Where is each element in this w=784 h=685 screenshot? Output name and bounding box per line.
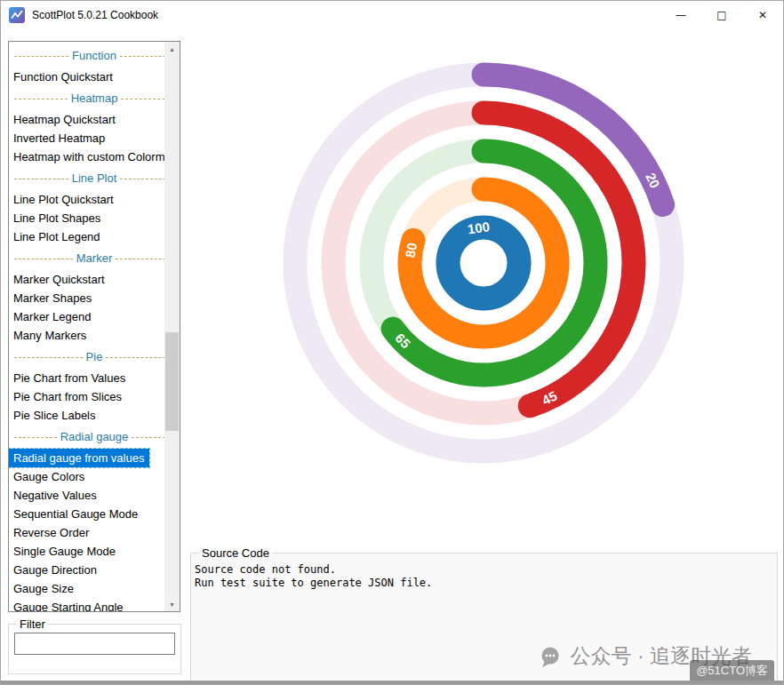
radial-gauge-chart[interactable]: 10080654520 bbox=[190, 32, 777, 538]
scrollbar-thumb[interactable] bbox=[165, 332, 179, 431]
list-item[interactable]: Pie Slice Labels bbox=[9, 406, 180, 425]
window-title: ScottPlot 5.0.21 Cookbook bbox=[32, 9, 158, 21]
list-section-header[interactable]: Pie bbox=[9, 347, 180, 366]
demo-list[interactable]: FunctionFunction QuickstartHeatmapHeatma… bbox=[8, 41, 180, 612]
scrollbar-down-icon[interactable]: ▼ bbox=[164, 597, 180, 611]
list-item[interactable]: Pie Chart from Slices bbox=[9, 387, 180, 406]
source-code-label: Source Code bbox=[198, 546, 273, 560]
list-item[interactable]: Function Quickstart bbox=[9, 68, 180, 86]
list-item[interactable]: Gauge Size bbox=[9, 579, 180, 598]
list-item[interactable]: Reverse Order bbox=[9, 523, 180, 542]
list-item[interactable]: Line Plot Shapes bbox=[9, 209, 180, 227]
window-controls: — □ ✕ bbox=[660, 1, 783, 29]
list-item[interactable]: Negative Values bbox=[9, 486, 180, 505]
filter-label: Filter bbox=[16, 617, 49, 631]
list-item[interactable]: Heatmap Quickstart bbox=[9, 110, 180, 129]
list-section-header[interactable]: Line Plot bbox=[9, 169, 180, 187]
list-item[interactable]: Gauge Colors bbox=[9, 467, 180, 486]
title-bar: ScottPlot 5.0.21 Cookbook — □ ✕ bbox=[1, 1, 783, 29]
window-bottom-edge bbox=[1, 681, 783, 684]
source-code-text[interactable]: Source code not found. Run test suite to… bbox=[195, 563, 773, 590]
list-item[interactable]: Heatmap with custom Colorm bbox=[9, 147, 180, 166]
filter-groupbox: Filter bbox=[8, 617, 181, 674]
gauge-value-label: 100 bbox=[467, 219, 491, 236]
list-section-header[interactable]: Function bbox=[9, 46, 180, 65]
list-item-selected[interactable]: Radial gauge from values bbox=[9, 449, 149, 467]
list-item[interactable]: Gauge Starting Angle bbox=[9, 598, 180, 612]
close-button[interactable]: ✕ bbox=[742, 1, 783, 29]
chat-bubble-icon bbox=[539, 645, 562, 668]
list-item[interactable]: Pie Chart from Values bbox=[9, 369, 180, 387]
scottplot-logo-icon bbox=[9, 7, 25, 23]
list-item[interactable]: Marker Shapes bbox=[9, 289, 180, 307]
list-item[interactable]: Sequential Gauge Mode bbox=[9, 505, 180, 523]
list-item[interactable]: Line Plot Legend bbox=[9, 227, 180, 246]
list-item[interactable]: Single Gauge Mode bbox=[9, 542, 180, 561]
list-item[interactable]: Marker Legend bbox=[9, 307, 180, 326]
maximize-button[interactable]: □ bbox=[701, 1, 742, 29]
list-scrollbar[interactable]: ▲ ▼ bbox=[164, 42, 180, 611]
list-section-header[interactable]: Radial gauge bbox=[9, 427, 180, 446]
scrollbar-up-icon[interactable]: ▲ bbox=[164, 42, 180, 56]
list-item[interactable]: Inverted Heatmap bbox=[9, 129, 180, 147]
list-item[interactable]: Line Plot Quickstart bbox=[9, 190, 180, 209]
minimize-button[interactable]: — bbox=[660, 1, 701, 29]
list-section-header[interactable]: Heatmap bbox=[9, 89, 180, 108]
list-item[interactable]: Marker Quickstart bbox=[9, 270, 180, 289]
list-item[interactable]: Gauge Direction bbox=[9, 561, 180, 579]
app-window: ScottPlot 5.0.21 Cookbook — □ ✕ Function… bbox=[0, 0, 784, 685]
list-section-header[interactable]: Marker bbox=[9, 249, 180, 267]
list-item[interactable]: Many Markers bbox=[9, 326, 180, 345]
gauge-arc bbox=[448, 227, 519, 299]
filter-input[interactable] bbox=[14, 633, 175, 655]
gauge-value-label: 80 bbox=[402, 242, 420, 259]
